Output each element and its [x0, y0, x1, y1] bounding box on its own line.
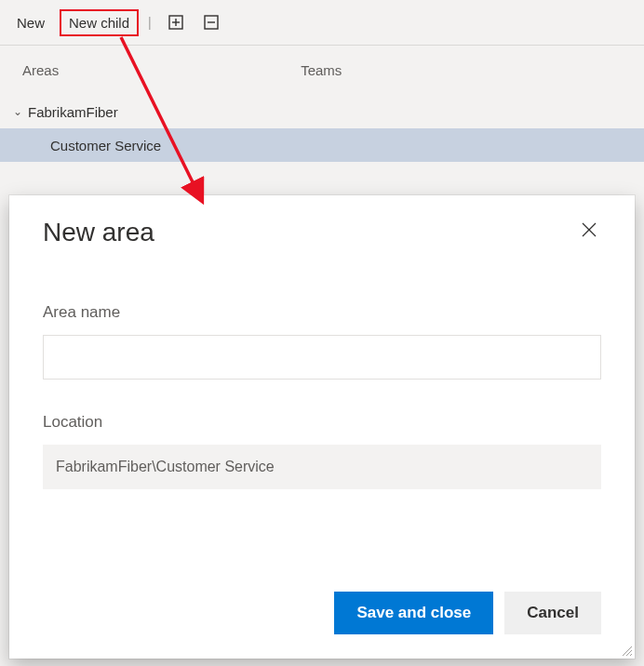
dialog-title: New area [43, 218, 154, 247]
area-name-group: Area name [43, 303, 601, 380]
chevron-down-icon: ⌄ [13, 105, 22, 118]
tree-node-label: FabrikamFiber [28, 104, 118, 120]
close-button[interactable] [577, 218, 601, 245]
resize-grip-icon[interactable] [621, 645, 632, 656]
expand-all-button[interactable] [161, 7, 191, 37]
tab-areas[interactable]: Areas [22, 62, 59, 78]
close-icon [581, 221, 597, 238]
plus-box-icon [168, 15, 183, 30]
area-name-input[interactable] [43, 335, 601, 380]
new-child-button[interactable]: New child [60, 9, 139, 36]
toolbar-separator: | [144, 15, 155, 30]
dialog-header: New area [43, 218, 601, 247]
save-and-close-button[interactable]: Save and close [334, 592, 493, 634]
svg-line-9 [630, 654, 632, 656]
cancel-button[interactable]: Cancel [504, 592, 601, 634]
tree-node-child[interactable]: Customer Service [0, 128, 644, 162]
area-name-label: Area name [43, 303, 601, 322]
tab-teams[interactable]: Teams [301, 62, 342, 78]
toolbar: New New child | [0, 0, 644, 46]
new-button[interactable]: New [7, 9, 54, 36]
tree-node-parent[interactable]: ⌄ FabrikamFiber [0, 95, 644, 128]
new-area-dialog: New area Area name Location Save and clo… [9, 195, 635, 659]
collapse-all-button[interactable] [196, 7, 226, 37]
dialog-footer: Save and close Cancel [43, 592, 601, 640]
minus-box-icon [204, 15, 219, 30]
location-input [43, 445, 601, 489]
tree-node-label: Customer Service [50, 138, 161, 153]
location-label: Location [43, 413, 601, 432]
area-tree: ⌄ FabrikamFiber Customer Service [0, 95, 644, 171]
tabs-row: Areas Teams [0, 46, 644, 95]
location-group: Location [43, 413, 601, 489]
